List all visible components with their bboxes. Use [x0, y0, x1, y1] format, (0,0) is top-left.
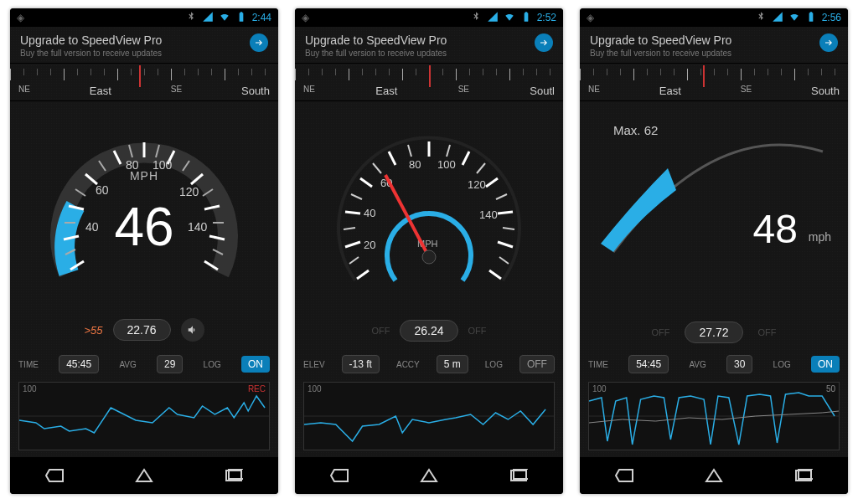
log-toggle[interactable]: ON [241, 356, 270, 373]
wifi-icon [504, 11, 515, 25]
compass-se: SE [458, 85, 469, 97]
hud-display[interactable]: Max. 62 48 mph OFF 27.72 OFF [580, 101, 848, 350]
stat-label-accy: ACCY [396, 360, 420, 369]
nav-back-button[interactable] [607, 465, 641, 486]
stat-time-value[interactable]: 45:45 [59, 355, 99, 373]
compass-east: East [659, 85, 681, 97]
stat-accy-value[interactable]: 5 m [437, 355, 468, 373]
compass-south: South [811, 85, 840, 97]
app-content: Upgrade to SpeedView Pro Buy the full ve… [295, 27, 563, 457]
svg-line-47 [477, 163, 485, 173]
distance-pill[interactable]: 27.72 [685, 321, 742, 343]
banner-title: Upgrade to SpeedView Pro [590, 33, 731, 47]
bluetooth-icon [755, 11, 767, 25]
svg-line-31 [345, 242, 360, 247]
svg-text:120: 120 [468, 178, 486, 191]
speed-graph[interactable]: 100 50 [588, 382, 840, 450]
svg-line-50 [499, 257, 509, 264]
android-navbar [580, 457, 848, 494]
stat-avg-value[interactable]: 30 [726, 355, 752, 373]
speed-graph[interactable]: 100 [303, 382, 555, 450]
log-toggle[interactable]: OFF [519, 355, 555, 373]
svg-point-60 [422, 250, 436, 264]
nav-home-button[interactable] [127, 465, 161, 486]
compass-ne: NE [588, 85, 600, 97]
nav-recent-button[interactable] [217, 465, 251, 486]
banner-subtitle: Buy the full version to receive updates [590, 49, 731, 58]
graph-yscale: 100 [23, 384, 37, 393]
svg-text:120: 120 [179, 185, 199, 198]
svg-text:20: 20 [364, 239, 375, 251]
svg-line-42 [344, 228, 355, 229]
stat-label-log: LOG [773, 360, 791, 369]
speed-graph[interactable]: 100 REC [18, 382, 270, 450]
nav-recent-button[interactable] [502, 465, 535, 486]
nav-back-button[interactable] [38, 465, 71, 486]
nav-home-button[interactable] [412, 465, 446, 486]
status-time: 2:56 [822, 12, 841, 23]
signal-icon [487, 11, 499, 25]
status-bar: ◈ 2:56 [580, 8, 848, 27]
upgrade-banner[interactable]: Upgrade to SpeedView Pro Buy the full ve… [580, 27, 848, 64]
compass-strip[interactable]: NE East SE South [10, 64, 278, 101]
stat-elev-value[interactable]: -13 ft [342, 355, 380, 373]
compass-east: East [375, 85, 397, 97]
banner-arrow-icon[interactable] [250, 33, 268, 52]
speedometer-gauge[interactable]: 20 40 60 80 100 120 140 MPH [295, 101, 563, 328]
svg-line-46 [447, 145, 450, 157]
compass-strip[interactable]: NE East SE South [580, 64, 848, 101]
status-time: 2:52 [537, 12, 556, 23]
phone-screen-3: ◈ 2:56 Upgrade to SpeedView Pro Buy the … [580, 8, 848, 494]
hud-arc-svg [588, 110, 840, 269]
compass-ne: NE [303, 85, 315, 97]
status-bar: ◈ 2:52 [295, 8, 563, 27]
svg-line-32 [345, 212, 360, 213]
upgrade-banner[interactable]: Upgrade to SpeedView Pro Buy the full ve… [10, 27, 278, 64]
log-toggle[interactable]: ON [811, 356, 840, 373]
svg-text:40: 40 [364, 207, 375, 219]
gps-icon: ◈ [17, 12, 24, 23]
phone-screen-1: ◈ 2:44 Upgrade to SpeedView Pro Buy the … [10, 8, 278, 494]
android-navbar [10, 457, 278, 494]
svg-line-40 [489, 270, 501, 279]
wifi-icon [219, 11, 230, 25]
svg-text:40: 40 [85, 220, 99, 234]
banner-title: Upgrade to SpeedView Pro [20, 33, 162, 47]
svg-line-39 [498, 242, 513, 247]
compass-south: Soutl [530, 85, 555, 97]
svg-line-49 [503, 228, 514, 229]
status-bar: ◈ 2:44 [10, 8, 278, 27]
banner-arrow-icon[interactable] [819, 33, 838, 52]
svg-text:60: 60 [96, 183, 109, 197]
stat-label-log: LOG [485, 360, 503, 369]
graph-yscale: 100 [308, 384, 322, 393]
stats-row: TIME 45:45 AVG 29 LOG ON [10, 350, 278, 378]
compass-east: East [90, 85, 111, 97]
compass-se: SE [741, 85, 752, 97]
banner-title: Upgrade to SpeedView Pro [305, 33, 447, 47]
bluetooth-icon [470, 11, 482, 25]
compass-se: SE [171, 85, 182, 97]
speedometer-gauge[interactable]: 40 60 80 100 120 140 MPH 46 [10, 101, 278, 327]
banner-arrow-icon[interactable] [535, 33, 553, 52]
stats-row: TIME 54:45 AVG 30 LOG ON [580, 350, 848, 378]
svg-line-37 [486, 178, 498, 187]
stat-time-value[interactable]: 54:45 [628, 355, 669, 373]
stat-label-avg: AVG [119, 360, 136, 369]
svg-text:100: 100 [437, 158, 456, 171]
battery-icon [520, 11, 532, 25]
svg-line-48 [496, 194, 507, 199]
nav-home-button[interactable] [697, 465, 731, 486]
svg-line-45 [408, 145, 411, 157]
nav-recent-button[interactable] [787, 465, 820, 486]
battery-icon [235, 11, 247, 25]
stat-avg-value[interactable]: 29 [157, 355, 183, 373]
nav-back-button[interactable] [323, 465, 356, 486]
hud-unit-label: mph [809, 230, 831, 244]
svg-line-34 [389, 152, 395, 165]
app-content: Upgrade to SpeedView Pro Buy the full ve… [10, 27, 278, 457]
battery-icon [805, 11, 817, 25]
upgrade-banner[interactable]: Upgrade to SpeedView Pro Buy the full ve… [295, 27, 563, 64]
compass-strip[interactable]: NE East SE Soutl [295, 64, 563, 101]
stats-row: ELEV -13 ft ACCY 5 m LOG OFF [295, 350, 563, 378]
